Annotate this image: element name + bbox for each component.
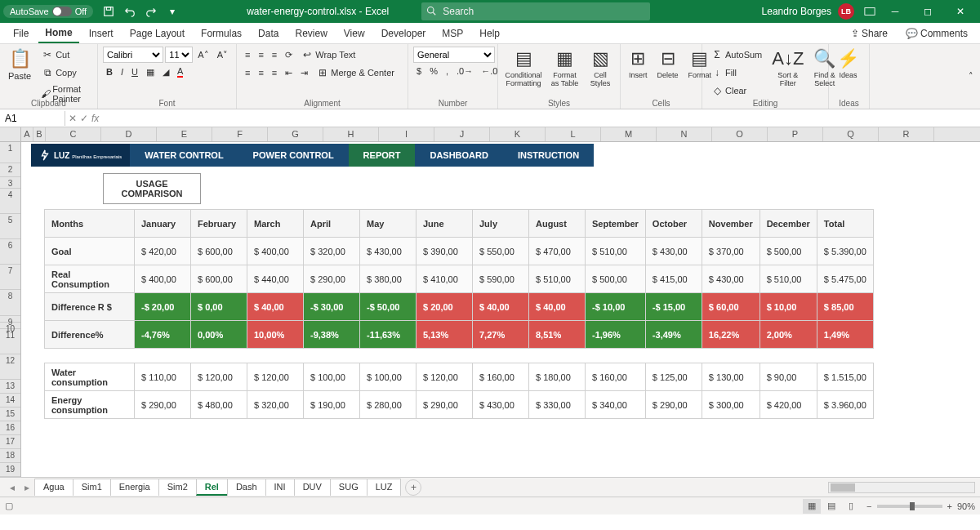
table-cell[interactable]: $ 400,00 — [247, 238, 304, 265]
align-center-icon[interactable]: ≡ — [255, 66, 266, 79]
row-header[interactable]: 8 — [0, 290, 20, 315]
autosum-button[interactable]: ΣAutoSum — [707, 47, 765, 63]
table-cell[interactable]: 8,51% — [529, 321, 586, 349]
row-header[interactable]: 11 — [0, 329, 20, 354]
user-name[interactable]: Leandro Borges — [762, 6, 831, 17]
redo-icon[interactable] — [142, 2, 160, 20]
decrease-indent-icon[interactable]: ⇤ — [282, 66, 296, 80]
table-cell[interactable]: $ 180,00 — [529, 363, 586, 391]
col-header[interactable]: Q — [823, 127, 879, 141]
sheet-tab-sug[interactable]: SUG — [330, 479, 368, 496]
sheet-tab-sim2[interactable]: Sim2 — [158, 479, 197, 496]
clear-button[interactable]: ◇Clear — [707, 82, 765, 99]
table-cell[interactable]: 0,00% — [191, 321, 247, 349]
table-cell[interactable]: $ 550,00 — [473, 238, 529, 265]
table-cell[interactable]: $ 40,00 — [473, 293, 529, 321]
sheet-nav-next-icon[interactable]: ▸ — [20, 482, 34, 493]
align-right-icon[interactable]: ≡ — [269, 66, 280, 79]
minimize-button[interactable]: ─ — [879, 0, 911, 23]
normal-view-icon[interactable]: ▦ — [803, 499, 821, 514]
col-header[interactable]: D — [101, 127, 157, 141]
tab-formulas[interactable]: Formulas — [194, 24, 248, 42]
table-cell[interactable]: $ 420,00 — [760, 391, 817, 419]
table-cell[interactable]: $ 400,00 — [135, 265, 191, 293]
table-cell[interactable]: 16,22% — [702, 321, 760, 349]
col-header[interactable]: P — [768, 127, 823, 141]
tab-msp[interactable]: MSP — [435, 24, 470, 42]
table-cell[interactable]: 2,00% — [760, 321, 817, 349]
table-cell[interactable]: 1,49% — [817, 321, 873, 349]
table-cell[interactable]: $ 410,00 — [416, 265, 473, 293]
increase-font-icon[interactable]: A˄ — [194, 48, 212, 62]
table-cell[interactable]: $ 190,00 — [304, 391, 360, 419]
table-cell[interactable]: $ 10,00 — [760, 293, 817, 321]
zoom-slider[interactable] — [877, 505, 942, 508]
table-cell[interactable]: $ 290,00 — [304, 265, 360, 293]
col-header[interactable]: B — [33, 127, 46, 141]
add-sheet-button[interactable]: + — [405, 479, 421, 496]
tab-insert[interactable]: Insert — [82, 24, 120, 42]
fill-color-button[interactable]: ◢ — [159, 65, 172, 79]
sheet-tab-rel[interactable]: Rel — [196, 479, 228, 496]
tab-file[interactable]: File — [7, 24, 35, 42]
tab-page-layout[interactable]: Page Layout — [123, 24, 191, 42]
decrease-font-icon[interactable]: A˅ — [214, 48, 231, 62]
row-header[interactable]: 14 — [0, 394, 20, 408]
user-avatar[interactable]: LB — [838, 3, 854, 20]
cut-button[interactable]: ✂Cut — [38, 47, 92, 63]
italic-button[interactable]: I — [118, 65, 127, 78]
increase-indent-icon[interactable]: ⇥ — [297, 66, 311, 80]
share-button[interactable]: ⇪Share — [845, 25, 893, 42]
table-cell[interactable]: $ 380,00 — [360, 265, 416, 293]
fill-button[interactable]: ↓Fill — [707, 65, 765, 81]
col-header[interactable]: C — [46, 127, 101, 141]
table-cell[interactable]: -$ 15,00 — [645, 293, 702, 321]
table-cell[interactable]: $ 320,00 — [247, 391, 304, 419]
collapse-ribbon-icon[interactable]: ˄ — [962, 44, 980, 109]
col-header[interactable]: E — [157, 127, 212, 141]
sheet-tab-sim1[interactable]: Sim1 — [73, 479, 111, 496]
row-header[interactable]: 4 — [0, 189, 20, 214]
increase-decimal-icon[interactable]: .0→ — [453, 65, 476, 78]
table-cell[interactable]: $ 130,00 — [702, 363, 760, 391]
table-cell[interactable]: $ 3.960,00 — [817, 391, 873, 419]
sheet-tab-dash[interactable]: Dash — [227, 479, 266, 496]
table-cell[interactable]: -1,96% — [586, 321, 646, 349]
table-cell[interactable]: $ 430,00 — [473, 391, 529, 419]
col-header[interactable]: F — [212, 127, 268, 141]
row-header[interactable]: 18 — [0, 449, 20, 463]
sheet-tab-luz[interactable]: LUZ — [367, 479, 402, 496]
table-cell[interactable]: $ 470,00 — [529, 238, 586, 265]
col-header[interactable]: O — [712, 127, 768, 141]
table-cell[interactable]: $ 100,00 — [360, 363, 416, 391]
table-cell[interactable]: $ 5.475,00 — [817, 265, 873, 293]
table-cell[interactable]: 10,00% — [247, 321, 304, 349]
comments-button[interactable]: 💬Comments — [900, 25, 973, 42]
col-header[interactable]: I — [379, 127, 434, 141]
table-cell[interactable]: $ 60,00 — [702, 293, 760, 321]
zoom-out-icon[interactable]: − — [866, 501, 871, 511]
table-cell[interactable]: $ 120,00 — [247, 363, 304, 391]
font-family-select[interactable]: Calibri — [103, 47, 163, 63]
sheet-tab-agua[interactable]: Agua — [34, 479, 74, 496]
table-cell[interactable]: $ 0,00 — [191, 293, 247, 321]
table-cell[interactable]: -9,38% — [304, 321, 360, 349]
name-box[interactable] — [0, 111, 65, 126]
tab-home[interactable]: Home — [38, 24, 78, 43]
table-cell[interactable]: 7,27% — [473, 321, 529, 349]
ribbon-display-icon[interactable] — [861, 2, 879, 20]
table-cell[interactable]: $ 120,00 — [191, 363, 247, 391]
table-cell[interactable]: $ 20,00 — [416, 293, 473, 321]
table-cell[interactable]: $ 430,00 — [702, 265, 760, 293]
table-cell[interactable]: -$ 30,00 — [304, 293, 360, 321]
table-cell[interactable]: $ 510,00 — [529, 265, 586, 293]
row-header[interactable]: 3 — [0, 177, 20, 189]
number-format-select[interactable]: General — [413, 47, 495, 63]
table-cell[interactable]: $ 5.390,00 — [817, 238, 873, 265]
table-cell[interactable]: $ 500,00 — [760, 238, 817, 265]
tab-data[interactable]: Data — [252, 24, 285, 42]
select-all-triangle[interactable] — [0, 127, 21, 141]
row-header[interactable]: 2 — [0, 163, 20, 177]
table-cell[interactable]: -$ 20,00 — [135, 293, 191, 321]
copy-button[interactable]: ⧉Copy — [38, 65, 92, 81]
